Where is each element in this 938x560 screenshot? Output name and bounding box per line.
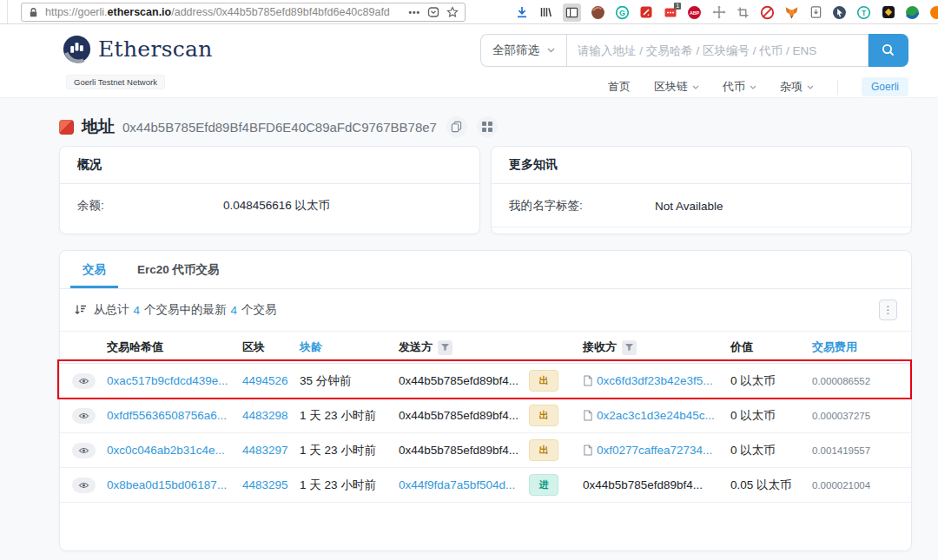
tab-bar: 交易 Erc20 代币交易	[60, 251, 911, 289]
block-link[interactable]: 4483298	[242, 409, 300, 422]
txn-hash-link[interactable]: 0x8bea0d15bd06187...	[107, 478, 242, 491]
to-address-cell: 0xf0277caffea72734...	[583, 444, 730, 457]
library-icon[interactable]	[538, 5, 553, 20]
search-input[interactable]	[566, 34, 869, 67]
block-link[interactable]: 4494526	[242, 374, 300, 387]
url-text[interactable]: https://goerli.etherscan.io/address/0x44…	[45, 6, 402, 18]
sort-icon[interactable]	[74, 304, 87, 316]
txn-age: 1 天 23 小时前	[300, 443, 399, 458]
balance-label: 余额:	[77, 198, 223, 214]
block-link[interactable]: 4483297	[242, 444, 300, 457]
download-icon[interactable]	[514, 5, 529, 20]
txn-value: 0.05 以太币	[730, 478, 812, 493]
col-from: 发送方	[399, 339, 529, 355]
transaction-row: 0xfdf55636508756a6... 4483298 1 天 23 小时前…	[60, 399, 911, 433]
from-address: 0x44b5b785efd89bf4...	[399, 409, 529, 422]
transaction-row: 0x8bea0d15bd06187... 4483295 1 天 23 小时前 …	[60, 468, 911, 503]
crop-icon[interactable]	[736, 5, 750, 20]
translate-icon[interactable]: G	[615, 5, 630, 20]
etherscan-logo[interactable]: Etherscan	[63, 35, 213, 63]
cursor-tool-icon[interactable]	[832, 5, 847, 20]
browser-toolbar: https://goerli.etherscan.io/address/0x44…	[0, 0, 938, 24]
firefox-account-icon[interactable]	[591, 5, 605, 20]
from-address-link[interactable]: 0x44f9fda7a5bf504d...	[399, 478, 529, 491]
tab-erc20[interactable]: Erc20 代币交易	[125, 251, 232, 288]
block-link[interactable]: 4483295	[242, 478, 300, 491]
svg-text:T: T	[862, 8, 867, 16]
toolbar-divider	[7, 0, 8, 23]
eye-icon[interactable]	[72, 443, 96, 458]
site-header: Etherscan Goerli Testnet Network 全部筛选 首页…	[0, 24, 938, 98]
table-header: 交易哈希值 区块 块龄 发送方 接收方 价值 交易费用	[60, 331, 911, 364]
adblock-icon[interactable]: ABP	[687, 5, 702, 20]
col-value: 价值	[730, 339, 812, 355]
more-info-title: 更多知讯	[492, 147, 911, 184]
address-value: 0x44b5B785Efd89Bf4BFD6E40C89aFdC9767BB78…	[122, 120, 437, 135]
tab-transactions[interactable]: 交易	[70, 251, 118, 288]
summary-text: 从总计	[94, 302, 129, 318]
txn-hash-link[interactable]: 0xc0c046ab2b31c4e...	[107, 444, 242, 457]
kebab-menu-button[interactable]: ⋮	[879, 300, 897, 320]
copy-address-button[interactable]	[446, 116, 467, 137]
nav-home[interactable]: 首页	[608, 79, 631, 95]
notes-badge: 1	[674, 3, 681, 10]
nav-misc[interactable]: 杂项	[780, 79, 814, 95]
col-fee[interactable]: 交易费用	[812, 339, 899, 355]
txn-age: 1 天 23 小时前	[300, 478, 399, 493]
to-filter-icon[interactable]	[622, 340, 637, 355]
txn-fee: 0.000037275	[812, 411, 899, 421]
to-address-link[interactable]: 0xc6fd3df23b42e3f5...	[597, 374, 713, 387]
search-bar: 全部筛选	[480, 34, 908, 67]
txn-fee: 0.000021004	[812, 480, 899, 491]
bookmark-star-icon[interactable]	[446, 6, 459, 18]
from-address: 0x44b5b785efd89bf4...	[399, 374, 529, 387]
clipped-extension-icon[interactable]	[929, 5, 938, 20]
col-age[interactable]: 块龄	[300, 339, 399, 355]
extensions-row: G 1 ABP	[514, 0, 938, 24]
name-tag-value: Not Available	[655, 200, 723, 213]
nav-divider	[837, 80, 838, 95]
url-bar[interactable]: https://goerli.etherscan.io/address/0x44…	[21, 3, 466, 22]
name-tag-label: 我的名字标签:	[509, 198, 655, 214]
search-filter-label: 全部筛选	[492, 43, 539, 58]
search-filter-dropdown[interactable]: 全部筛选	[480, 34, 566, 67]
move-tool-icon[interactable]	[711, 5, 726, 20]
etherscan-logo-icon	[63, 35, 91, 63]
from-filter-icon[interactable]	[438, 340, 452, 355]
txn-hash-link[interactable]: 0xfdf55636508756a6...	[107, 409, 242, 422]
to-address-link[interactable]: 0x2ac3c1d3e24b45c...	[597, 409, 715, 422]
notes-icon[interactable]: 1	[663, 5, 677, 20]
col-to: 接收方	[583, 339, 730, 355]
tronlink-icon[interactable]: T	[856, 5, 871, 20]
metamask-icon[interactable]	[784, 5, 799, 20]
txn-hash-link[interactable]: 0xac517b9cfdcd439e...	[107, 374, 242, 387]
noscript-icon[interactable]	[760, 5, 775, 20]
eye-icon[interactable]	[72, 408, 96, 424]
summary-count-total[interactable]: 4	[134, 304, 141, 317]
eye-icon[interactable]	[72, 478, 96, 493]
more-info-card: 更多知讯 我的名字标签: Not Available	[491, 146, 912, 234]
pocket-icon[interactable]	[427, 6, 439, 18]
txn-value: 0 以太币	[730, 373, 812, 389]
txn-value: 0 以太币	[730, 408, 812, 424]
search-button[interactable]	[869, 34, 908, 67]
nav-tokens[interactable]: 代币	[723, 79, 756, 95]
summary-count-latest[interactable]: 4	[231, 304, 238, 317]
transaction-row: 0xc0c046ab2b31c4e... 4483297 1 天 23 小时前 …	[60, 433, 911, 468]
svg-text:ABP: ABP	[690, 10, 700, 16]
txn-fee: 0.000086552	[812, 376, 899, 386]
txn-age: 1 天 23 小时前	[300, 408, 399, 424]
apps-grid-icon[interactable]	[477, 116, 498, 137]
nav-blockchain[interactable]: 区块链	[654, 79, 699, 95]
reader-sidebar-icon[interactable]	[563, 3, 581, 22]
network-switcher[interactable]: Goerli	[862, 77, 908, 96]
eye-icon[interactable]	[72, 373, 96, 389]
screenshot-tool-icon[interactable]	[638, 5, 653, 20]
idm-icon[interactable]	[905, 5, 920, 20]
balance-row: 余额: 0.048456616 以太币	[60, 184, 479, 225]
to-address-link[interactable]: 0xf0277caffea72734...	[597, 444, 712, 457]
save-page-icon[interactable]	[809, 5, 823, 20]
token-wallet-icon[interactable]	[881, 5, 895, 20]
brand-name: Etherscan	[98, 36, 213, 62]
page-actions-icon[interactable]: •••	[408, 8, 420, 17]
